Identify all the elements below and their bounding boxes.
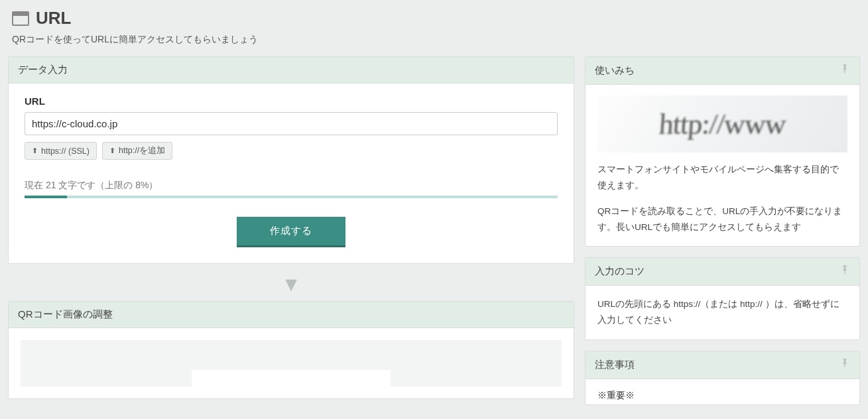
panel-data-input-title: データ入力 (18, 64, 68, 76)
page-header: URL QRコードを使ってURLに簡単アクセスしてもらいましょう (8, 8, 860, 46)
upload-icon: ⬆ (32, 147, 38, 155)
window-icon (12, 11, 29, 26)
create-button[interactable]: 作成する (237, 217, 345, 247)
panel-caution-title: 注意事項 (595, 359, 635, 371)
url-label: URL (25, 95, 558, 107)
https-button[interactable]: ⬆ https:// (SSL) (25, 142, 97, 160)
tips-p1: URLの先頭にある https://（または http:// ）は、省略せずに入… (597, 296, 847, 329)
chevron-down-icon: ▼ (8, 274, 574, 294)
panel-usage-header: 使いみち (586, 57, 859, 85)
panel-caution-header: 注意事項 (586, 351, 859, 379)
https-button-label: https:// (SSL) (41, 147, 90, 156)
panel-tips-header: 入力のコツ (586, 258, 859, 286)
usage-image-text: http://www (658, 107, 786, 141)
panel-usage: 使いみち http://www スマートフォンサイトやモバイルページへ集客する目… (585, 56, 860, 247)
usage-p1: スマートフォンサイトやモバイルページへ集客する目的で使えます。 (597, 162, 847, 194)
right-column: 使いみち http://www スマートフォンサイトやモバイルページへ集客する目… (585, 56, 860, 405)
qr-preview-inner (192, 370, 391, 387)
url-input[interactable] (25, 112, 558, 135)
panel-usage-body: http://www スマートフォンサイトやモバイルページへ集客する目的で使えま… (586, 85, 859, 246)
pin-icon[interactable] (839, 265, 850, 278)
panel-tips: 入力のコツ URLの先頭にある https://（または http:// ）は、… (585, 257, 860, 340)
panel-data-input-header: データ入力 (9, 57, 574, 84)
pin-icon[interactable] (839, 64, 850, 78)
pin-icon[interactable] (839, 358, 850, 372)
panel-qr-adjust-title: QRコード画像の調整 (18, 308, 113, 321)
http-button-label: http://を追加 (119, 145, 165, 156)
usage-image: http://www (597, 95, 847, 152)
tips-text: URLの先頭にある https://（または http:// ）は、省略せずに入… (597, 296, 847, 329)
protocol-buttons: ⬆ https:// (SSL) ⬆ http://を追加 (25, 142, 558, 160)
panel-caution-body: ※重要※ (586, 379, 859, 404)
caution-important: ※重要※ (597, 390, 847, 402)
http-button[interactable]: ⬆ http://を追加 (102, 142, 172, 160)
panel-qr-adjust-header: QRコード画像の調整 (9, 302, 574, 328)
panel-usage-title: 使いみち (595, 64, 635, 77)
page-title-row: URL (12, 8, 856, 29)
panel-qr-adjust: QRコード画像の調整 (8, 301, 574, 399)
panel-caution: 注意事項 ※重要※ (585, 351, 860, 405)
page-subtitle: QRコードを使ってURLに簡単アクセスしてもらいましょう (12, 34, 856, 46)
char-progress (25, 196, 558, 198)
submit-row: 作成する (25, 217, 558, 247)
char-progress-fill (25, 196, 67, 198)
page-title: URL (36, 8, 71, 29)
usage-p2: QRコードを読み取ることで、URLの手入力が不要になります。長いURLでも簡単に… (597, 204, 847, 236)
qr-adjust-body (9, 328, 574, 398)
left-column: データ入力 URL ⬆ https:// (SSL) ⬆ http://を追加 … (8, 56, 574, 399)
panel-tips-title: 入力のコツ (595, 265, 645, 278)
qr-preview-area (21, 340, 562, 387)
panel-tips-body: URLの先頭にある https://（または http:// ）は、省略せずに入… (586, 286, 859, 339)
panel-data-input-body: URL ⬆ https:// (SSL) ⬆ http://を追加 現在 21 … (9, 84, 574, 263)
usage-text: スマートフォンサイトやモバイルページへ集客する目的で使えます。 QRコードを読み… (597, 162, 847, 235)
panel-data-input: データ入力 URL ⬆ https:// (SSL) ⬆ http://を追加 … (8, 56, 574, 264)
main-layout: データ入力 URL ⬆ https:// (SSL) ⬆ http://を追加 … (8, 56, 860, 405)
char-counter: 現在 21 文字です（上限の 8%） (25, 180, 558, 192)
upload-icon: ⬆ (109, 147, 115, 155)
